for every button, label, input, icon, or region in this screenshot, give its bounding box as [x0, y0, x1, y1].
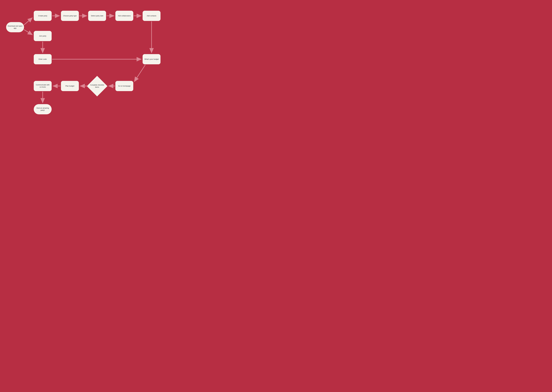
node-label: Select party date — [91, 15, 103, 17]
arrow-start-join — [24, 30, 32, 35]
node-label: Join party — [39, 35, 46, 37]
node-checklist: Complete checklist items — [90, 79, 104, 93]
node-label: Go to homepage — [118, 85, 131, 87]
node-label: Add collaborators — [118, 15, 131, 17]
node-start: Download and open app — [6, 22, 24, 32]
node-label: Create party — [38, 15, 47, 17]
node-add-contacts: Add contacts — [143, 11, 160, 21]
node-choose-type: Choose party type — [61, 11, 79, 21]
node-label: Complete checklist items — [90, 84, 104, 88]
flow-arrows — [0, 0, 166, 118]
node-end: Host an amazing party! — [34, 104, 52, 114]
node-budget-q: What's your budget — [143, 54, 160, 64]
arrow-budget-home — [134, 65, 145, 81]
node-label: What's your budget — [144, 58, 159, 60]
node-plan-budget: Plan budget — [61, 81, 79, 91]
node-label: Host an amazing party! — [35, 107, 50, 112]
node-add-collab: Add collaborators — [115, 11, 133, 21]
node-select-date: Select party date — [88, 11, 106, 21]
node-label: Choose party type — [63, 15, 77, 17]
node-label: Enter code — [39, 58, 47, 60]
node-label: Plan budget — [65, 85, 74, 87]
node-communicate: Communicate with co-hosts — [34, 81, 52, 91]
node-label: Communicate with co-hosts — [35, 84, 50, 88]
node-label: Download and open app — [8, 25, 22, 29]
node-label: Add contacts — [147, 15, 156, 17]
arrow-start-create — [24, 18, 32, 25]
node-join-party: Join party — [34, 31, 52, 41]
node-enter-code: Enter code — [34, 54, 52, 64]
node-homepage: Go to homepage — [115, 81, 133, 91]
node-create-party: Create party — [34, 11, 52, 21]
